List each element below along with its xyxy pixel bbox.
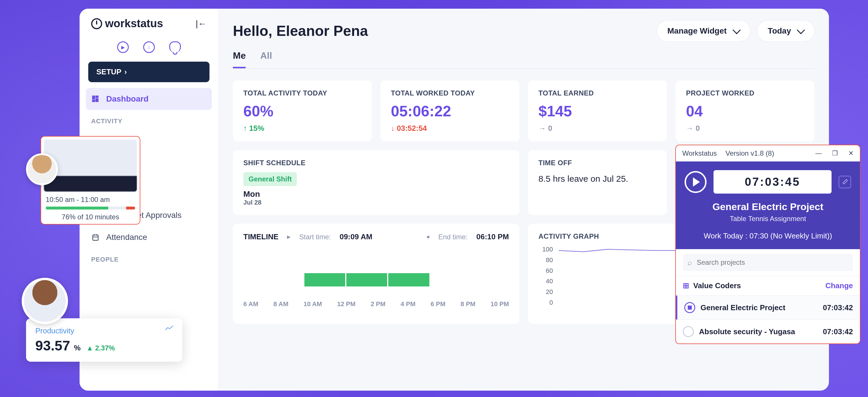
setup-label: SETUP <box>96 67 122 77</box>
card-shift-schedule: SHIFT SCHEDULE General Shift Mon Jul 28 <box>233 150 519 215</box>
card-total-earned: TOTAL EARNED $145 → 0 <box>528 81 667 142</box>
org-name: Value Coders <box>693 281 741 290</box>
tracker-org-row: ⊞ Value Coders Change <box>676 276 860 296</box>
logo: workstatus <box>91 18 163 30</box>
timeoff-label: TIME OFF <box>538 159 656 167</box>
card-total-worked: TOTAL WORKED TODAY 05:06:22 ↓ 03:52:54 <box>380 81 519 142</box>
tracker-play-button[interactable] <box>685 171 707 193</box>
project-item-time: 07:03:42 <box>823 327 853 336</box>
tracker-project-name: General Electric Project <box>685 201 851 212</box>
screenshot-popup: 10:50 am - 11:00 am 76% of 10 minutes <box>40 136 140 224</box>
card-time-off: TIME OFF 8.5 hrs leave on Jul 25. <box>528 150 667 215</box>
collapse-sidebar-button[interactable]: |← <box>195 19 207 29</box>
chevron-right-icon: › <box>124 67 127 77</box>
tabs: Me All <box>233 50 814 69</box>
stat-delta: ↑ 15% <box>243 124 361 133</box>
end-time-label: End time: <box>438 233 468 241</box>
setup-button[interactable]: SETUP › <box>88 62 210 82</box>
timeline-title: TIMELINE <box>243 232 278 241</box>
stat-label: PROJECT WORKED <box>686 89 804 97</box>
project-item-time: 07:03:42 <box>823 303 853 312</box>
svg-rect-0 <box>93 96 95 99</box>
tracker-version: Version v1.8 (8) <box>726 149 774 157</box>
edit-icon[interactable] <box>838 176 851 188</box>
tracker-work-today: Work Today : 07:30 (No Weekly Limit)) <box>685 232 851 240</box>
end-time-value: 06:10 PM <box>476 232 509 241</box>
timeline-chart: 6 AM8 AM10 AM12 PM2 PM4 PM6 PM8 PM10 PM <box>243 250 509 308</box>
minimize-icon[interactable]: — <box>815 150 822 157</box>
productivity-popup: Productivity 93.57 % ▲ 2.37% <box>26 318 182 362</box>
avatar <box>22 278 68 324</box>
start-time-label: Start time: <box>299 233 331 241</box>
stat-label: TOTAL EARNED <box>538 89 656 97</box>
avatar <box>26 153 58 185</box>
screenshot-percent: 76% of 10 minutes <box>44 213 137 221</box>
page-title: Hello, Eleanor Pena <box>233 23 368 39</box>
stat-value: 05:06:22 <box>391 102 509 120</box>
trend-icon <box>165 325 174 332</box>
productivity-value: 93.57 % <box>35 338 81 354</box>
change-org-link[interactable]: Change <box>826 281 853 290</box>
svg-rect-3 <box>93 100 95 102</box>
start-time-value: 09:09 AM <box>340 232 372 241</box>
stat-value: 60% <box>243 102 361 120</box>
shift-label: SHIFT SCHEDULE <box>243 159 509 167</box>
svg-rect-2 <box>96 99 98 102</box>
nav-dashboard-label: Dashboard <box>106 94 148 103</box>
stat-value: 04 <box>686 102 804 120</box>
tab-me[interactable]: Me <box>233 50 246 68</box>
productivity-delta: ▲ 2.37% <box>87 344 115 352</box>
card-total-activity: TOTAL ACTIVITY TODAY 60% ↑ 15% <box>233 81 372 142</box>
stat-label: TOTAL WORKED TODAY <box>391 89 509 97</box>
nav-dashboard[interactable]: Dashboard <box>86 88 212 110</box>
tracker-titlebar: Workstatus Version v1.8 (8) — ❐ ✕ <box>676 145 860 161</box>
stat-value: $145 <box>538 102 656 120</box>
shift-date: Jul 28 <box>243 199 509 206</box>
play-icon[interactable] <box>683 326 694 337</box>
org-icon: ⊞ <box>683 281 689 290</box>
maximize-icon[interactable]: ❐ <box>832 150 838 157</box>
stat-label: TOTAL ACTIVITY TODAY <box>243 89 361 97</box>
tracker-project-item[interactable]: General Electric Project 07:03:42 <box>676 296 860 319</box>
productivity-label: Productivity <box>35 327 74 335</box>
timeoff-text: 8.5 hrs leave on Jul 25. <box>538 174 656 184</box>
screenshot-activity-bar <box>46 207 135 210</box>
stat-delta: → 0 <box>686 124 804 133</box>
nav-attendance[interactable]: Attendance <box>80 226 218 248</box>
screenshot-thumbnail[interactable] <box>44 140 137 191</box>
manage-widget-label: Manage Widget <box>668 26 727 36</box>
brand-name: workstatus <box>105 18 163 30</box>
bell-icon[interactable] <box>169 41 181 53</box>
manage-widget-button[interactable]: Manage Widget <box>657 20 750 42</box>
tracker-app-name: Workstatus <box>682 149 717 157</box>
tracker-task-name: Table Tennis Assignment <box>685 215 851 223</box>
nav-attendance-label: Attendance <box>106 233 147 242</box>
shift-day: Mon <box>243 189 509 199</box>
tab-all[interactable]: All <box>260 50 272 68</box>
close-icon[interactable]: ✕ <box>848 150 854 157</box>
svg-rect-5 <box>93 235 98 240</box>
download-icon[interactable]: ↓ <box>143 41 155 53</box>
card-project-worked: PROJECT WORKED 04 → 0 <box>676 81 814 142</box>
section-activity: ACTIVITY <box>80 110 218 128</box>
attendance-icon <box>91 233 100 242</box>
shift-badge: General Shift <box>243 172 297 186</box>
today-label: Today <box>768 26 791 36</box>
timeline-bar <box>304 273 429 286</box>
play-icon[interactable]: ▶ <box>117 41 129 53</box>
chevron-down-icon <box>732 26 740 34</box>
search-projects-input[interactable] <box>683 254 853 271</box>
dashboard-icon <box>91 95 100 103</box>
chevron-down-icon <box>797 26 805 34</box>
workstatus-logo-icon <box>91 18 102 29</box>
screenshot-time-range: 10:50 am - 11:00 am <box>46 195 135 204</box>
project-item-name: Absolute security - Yugasa <box>699 327 795 336</box>
stat-delta: ↓ 03:52:54 <box>391 124 509 133</box>
today-filter-button[interactable]: Today <box>757 20 814 42</box>
card-timeline: TIMELINE ▶ Start time: 09:09 AM ■ End ti… <box>233 224 519 324</box>
tracker-project-item[interactable]: Absolute security - Yugasa 07:03:42 <box>676 319 860 343</box>
timeline-axis: 6 AM8 AM10 AM12 PM2 PM4 PM6 PM8 PM10 PM <box>243 300 509 308</box>
tracker-widget: Workstatus Version v1.8 (8) — ❐ ✕ 07:03:… <box>675 145 861 344</box>
project-item-name: General Electric Project <box>701 303 785 312</box>
stop-icon[interactable] <box>684 302 695 313</box>
